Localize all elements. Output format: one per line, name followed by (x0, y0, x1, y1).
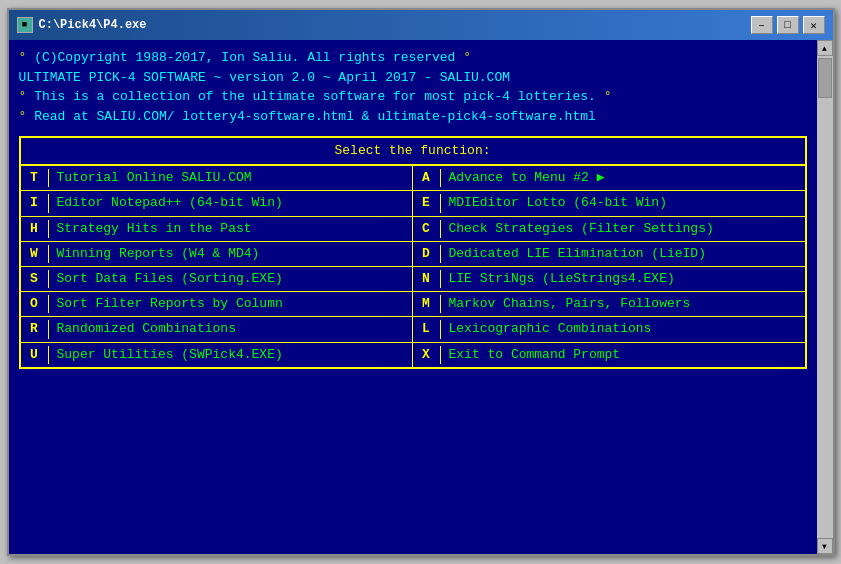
scroll-down-button[interactable]: ▼ (817, 538, 833, 554)
menu-label-o: Sort Filter Reports by Column (49, 295, 283, 313)
menu-key-i: I (21, 194, 49, 212)
minimize-button[interactable]: – (751, 16, 773, 34)
menu-label-n: LIE StriNgs (LieStrings4.EXE) (441, 270, 675, 288)
title-bar: ■ C:\Pick4\P4.exe – □ ✕ (9, 10, 833, 40)
header-line2: ULTIMATE PICK-4 SOFTWARE ~ version 2.0 ~… (19, 68, 807, 88)
menu-item-o[interactable]: OSort Filter Reports by Column (21, 292, 413, 317)
dot1r: ° (463, 50, 471, 65)
menu-key-n: N (413, 270, 441, 288)
header-line3: ° This is a collection of the ultimate s… (19, 87, 807, 107)
menu-item-t[interactable]: TTutorial Online SALIU.COM (21, 166, 413, 191)
terminal: ° (C)Copyright 1988-2017, Ion Saliu. All… (9, 40, 817, 554)
menu-item-n[interactable]: NLIE StriNgs (LieStrings4.EXE) (413, 267, 805, 292)
menu-label-u: Super Utilities (SWPick4.EXE) (49, 346, 283, 364)
menu-label-c: Check Strategies (Filter Settings) (441, 220, 714, 238)
menu-key-d: D (413, 245, 441, 263)
header-line1: ° (C)Copyright 1988-2017, Ion Saliu. All… (19, 48, 807, 68)
menu-key-u: U (21, 346, 49, 364)
menu-label-t: Tutorial Online SALIU.COM (49, 169, 252, 187)
content-area: ° (C)Copyright 1988-2017, Ion Saliu. All… (9, 40, 833, 554)
menu-key-c: C (413, 220, 441, 238)
menu-item-c[interactable]: CCheck Strategies (Filter Settings) (413, 217, 805, 242)
menu-key-t: T (21, 169, 49, 187)
menu-label-h: Strategy Hits in the Past (49, 220, 252, 238)
menu-key-w: W (21, 245, 49, 263)
menu-label-r: Randomized Combinations (49, 320, 236, 338)
menu-key-s: S (21, 270, 49, 288)
menu-item-d[interactable]: DDedicated LIE Elimination (LieID) (413, 242, 805, 267)
menu-label-w: Winning Reports (W4 & MD4) (49, 245, 260, 263)
menu-title: Select the function: (21, 138, 805, 166)
menu-key-l: L (413, 320, 441, 338)
window-title: C:\Pick4\P4.exe (39, 18, 751, 32)
window-icon: ■ (17, 17, 33, 33)
scroll-up-button[interactable]: ▲ (817, 40, 833, 56)
menu-label-s: Sort Data Files (Sorting.EXE) (49, 270, 283, 288)
menu-item-e[interactable]: EMDIEditor Lotto (64-bit Win) (413, 191, 805, 216)
menu-item-w[interactable]: WWinning Reports (W4 & MD4) (21, 242, 413, 267)
menu-label-a: Advance to Menu #2 ▶ (441, 169, 605, 187)
close-button[interactable]: ✕ (803, 16, 825, 34)
window-controls: – □ ✕ (751, 16, 825, 34)
menu-label-m: Markov Chains, Pairs, Followers (441, 295, 691, 313)
menu-item-m[interactable]: MMarkov Chains, Pairs, Followers (413, 292, 805, 317)
menu-key-h: H (21, 220, 49, 238)
menu-item-s[interactable]: SSort Data Files (Sorting.EXE) (21, 267, 413, 292)
menu-item-i[interactable]: IEditor Notepad++ (64-bit Win) (21, 191, 413, 216)
menu-label-l: Lexicographic Combinations (441, 320, 652, 338)
menu-key-a: A (413, 169, 441, 187)
menu-item-x[interactable]: XExit to Command Prompt (413, 343, 805, 367)
menu-label-i: Editor Notepad++ (64-bit Win) (49, 194, 283, 212)
menu-key-e: E (413, 194, 441, 212)
menu-key-o: O (21, 295, 49, 313)
main-window: ■ C:\Pick4\P4.exe – □ ✕ ° (C)Copyright 1… (7, 8, 835, 556)
scrollbar[interactable]: ▲ ▼ (817, 40, 833, 554)
dot1: ° (19, 50, 27, 65)
menu-container: Select the function: TTutorial Online SA… (19, 136, 807, 369)
menu-key-m: M (413, 295, 441, 313)
header-block: ° (C)Copyright 1988-2017, Ion Saliu. All… (19, 48, 807, 126)
menu-item-r[interactable]: RRandomized Combinations (21, 317, 413, 342)
menu-label-x: Exit to Command Prompt (441, 346, 621, 364)
menu-item-l[interactable]: LLexicographic Combinations (413, 317, 805, 342)
menu-label-d: Dedicated LIE Elimination (LieID) (441, 245, 706, 263)
menu-grid: TTutorial Online SALIU.COMAAdvance to Me… (21, 166, 805, 367)
menu-item-h[interactable]: HStrategy Hits in the Past (21, 217, 413, 242)
menu-label-e: MDIEditor Lotto (64-bit Win) (441, 194, 667, 212)
menu-key-r: R (21, 320, 49, 338)
menu-item-u[interactable]: USuper Utilities (SWPick4.EXE) (21, 343, 413, 367)
maximize-button[interactable]: □ (777, 16, 799, 34)
header-line4: ° Read at SALIU.COM/ lottery4-software.h… (19, 107, 807, 127)
menu-key-x: X (413, 346, 441, 364)
menu-item-a[interactable]: AAdvance to Menu #2 ▶ (413, 166, 805, 191)
scroll-thumb[interactable] (818, 58, 832, 98)
